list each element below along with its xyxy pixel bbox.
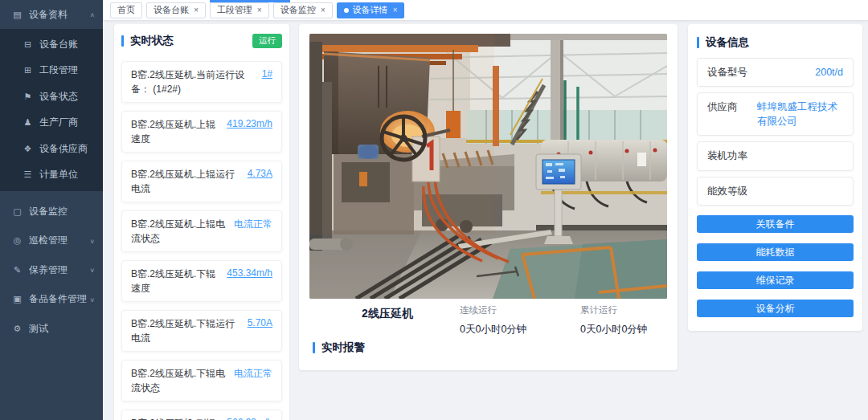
device-info-header: 设备信息 <box>697 34 854 51</box>
sidebar-item[interactable]: ✎ 保养管理 ∨ <box>0 255 103 285</box>
sidebar-main-items: ▢ 设备监控 ∨ ◎ 巡检管理 ∨ ✎ 保养管理 ∨ ▣ 备品备件管理 ∨ <box>0 191 103 344</box>
menu-icon: ♟ <box>22 117 34 128</box>
sidebar-item[interactable]: ◎ 巡检管理 ∨ <box>0 226 103 256</box>
device-field: 供应商 蚌埠凯盛工程技术有限公司 <box>697 92 854 136</box>
sidebar-subitem[interactable]: ❖ 设备供应商 <box>0 136 103 162</box>
status-list-item: B窑.2线压延机.上辊速度 419.23m/h <box>121 111 282 153</box>
sidebar-subitem[interactable]: ⚑ 设备状态 <box>0 84 103 110</box>
sidebar-item-label: 测试 <box>29 322 95 336</box>
sidebar-item-label: 生产厂商 <box>39 116 95 129</box>
tab[interactable]: 设备监控 × <box>273 2 333 18</box>
status-value-link[interactable]: 4.73A <box>248 167 272 179</box>
tab-label: 设备监控 <box>280 4 316 16</box>
status-list-item: B窑.2线压延机.当前运行设备： (1#2#) 1# <box>121 61 282 103</box>
tab-label: 设备台账 <box>154 4 189 16</box>
status-value-link[interactable]: 566.93m/h <box>227 416 272 420</box>
sidebar-item[interactable]: ⚙ 测试 ∨ <box>0 314 103 344</box>
tab[interactable]: 设备台账 × <box>146 2 206 18</box>
sidebar-item-label: 保养管理 <box>29 263 89 277</box>
status-label: B窑.2线压延机.当前运行设备： (1#2#) <box>131 67 257 96</box>
menu-icon: ⊟ <box>22 39 34 50</box>
sidebar-item[interactable]: ▣ 备品备件管理 ∨ <box>0 285 103 315</box>
device-action-button[interactable]: 能耗数据 <box>697 243 854 261</box>
sidebar-item-label: 计量单位 <box>39 168 95 181</box>
close-icon[interactable]: × <box>257 6 262 14</box>
sidebar-item-label: 设备资料 <box>29 8 89 22</box>
status-value-link[interactable]: 453.34m/h <box>227 267 272 279</box>
status-list-item: B窑.2线压延机.上辊运行电流 4.73A <box>121 161 282 202</box>
accent-bar <box>313 342 315 353</box>
tags-view-bar: 首页 × 设备台账 × 工段管理 × 设备监控 × 设备详情 × <box>103 0 868 21</box>
menu-icon: ⊞ <box>22 65 34 75</box>
accent-bar <box>697 37 699 48</box>
sidebar-item-label: 设备台账 <box>39 38 95 51</box>
device-field: 设备型号 200t/d <box>697 58 854 87</box>
panel-title: 实时报警 <box>321 340 365 355</box>
tab[interactable]: 设备详情 × <box>337 2 405 18</box>
tab-label: 工段管理 <box>217 4 252 16</box>
status-value-link[interactable]: 1# <box>262 67 272 80</box>
close-icon[interactable]: × <box>194 6 199 14</box>
close-icon[interactable]: × <box>321 6 326 14</box>
sidebar-item-label: 备品备件管理 <box>29 292 89 306</box>
status-list-item: B窑.2线压延机.下辊运行电流 5.70A <box>121 310 282 352</box>
realtime-status-panel: 实时状态 运行 B窑.2线压延机.当前运行设备： (1#2#) 1# B窑.2线… <box>114 24 289 420</box>
sidebar-item-label: 设备状态 <box>39 90 95 104</box>
menu-icon: ▣ <box>11 294 23 304</box>
sidebar-submenu: ⊟ 设备台账 ⊞ 工段管理 ⚑ 设备状态 ♟ 生产厂商 ❖ 设备供应商 <box>0 29 103 191</box>
menu-icon: ◎ <box>11 235 23 246</box>
status-value-link[interactable]: 5.70A <box>248 316 272 328</box>
tab-label: 设备详情 <box>353 4 388 16</box>
active-dot-icon <box>344 8 349 13</box>
tab[interactable]: 工段管理 × <box>210 2 269 18</box>
stat-value: 0天0小时0分钟 <box>460 323 526 336</box>
sidebar-item-label: 工段管理 <box>39 63 95 77</box>
continuous-runtime-stat: 连续运行 0天0小时0分钟 <box>460 304 526 336</box>
status-value-link[interactable]: 电流正常 <box>234 217 272 231</box>
status-list-item: B窑.2线压延机.下辊速度 453.34m/h <box>121 260 282 302</box>
equipment-name: 2线压延机 <box>331 307 444 321</box>
sidebar-subitem[interactable]: ⊞ 工段管理 <box>0 58 103 84</box>
sidebar: ▤ 设备资料 ∧ ⊟ 设备台账 ⊞ 工段管理 ⚑ 设备状态 ♟ 生产厂商 <box>0 0 103 420</box>
realtime-alarm-header: 实时报警 <box>313 339 473 357</box>
field-label: 供应商 <box>707 100 757 114</box>
status-label: B窑.2线压延机.上辊速度 <box>131 117 222 146</box>
status-value-link[interactable]: 电流正常 <box>234 366 272 381</box>
total-runtime-stat: 累计运行 0天0小时0分钟 <box>580 304 647 336</box>
accent-bar <box>121 35 124 47</box>
sidebar-item[interactable]: ▢ 设备监控 ∨ <box>0 197 103 226</box>
device-action-button[interactable]: 关联备件 <box>697 215 854 233</box>
running-status-badge[interactable]: 运行 <box>252 34 282 48</box>
device-info-panel: 设备信息 设备型号 200t/d 供应商 蚌埠凯盛工程技术有限公司 装机功率 能… <box>688 24 862 331</box>
device-action-button[interactable]: 维保记录 <box>697 271 854 289</box>
device-action-button[interactable]: 设备分析 <box>697 300 854 317</box>
equipment-monitor-panel: 2线压延机 连续运行 0天0小时0分钟 累计运行 0天0小时0分钟 实时报警 <box>299 24 678 370</box>
sidebar-subitem[interactable]: ♟ 生产厂商 <box>0 110 103 137</box>
device-field: 能效等级 <box>697 177 854 206</box>
status-label: B窑.2线压延机.上辊电流状态 <box>131 217 229 246</box>
sidebar-item-label: 设备供应商 <box>39 142 95 156</box>
chevron-down-icon: ∨ <box>89 267 95 274</box>
panel-title: 设备信息 <box>706 35 749 50</box>
device-action-buttons: 关联备件 能耗数据 维保记录 设备分析 <box>697 215 854 317</box>
field-value: 蚌埠凯盛工程技术有限公司 <box>757 100 843 128</box>
status-value-link[interactable]: 419.23m/h <box>227 117 272 129</box>
chevron-down-icon: ∨ <box>89 238 95 245</box>
menu-icon: ❖ <box>22 144 34 154</box>
sidebar-item-device-info[interactable]: ▤ 设备资料 ∧ <box>0 0 103 29</box>
chevron-up-icon: ∧ <box>89 11 95 18</box>
realtime-status-header: 实时状态 运行 <box>121 32 282 50</box>
menu-icon: ▢ <box>11 206 23 217</box>
status-list-item: B窑.2线压延机.副辊速度 566.93m/h <box>121 410 282 420</box>
field-label: 装机功率 <box>707 149 757 163</box>
device-field: 装机功率 <box>697 141 854 170</box>
status-label: B窑.2线压延机.副辊速度 <box>131 416 222 420</box>
loading-progress-bar <box>210 0 290 2</box>
tab[interactable]: 首页 × <box>110 2 142 18</box>
close-icon[interactable]: × <box>393 6 398 14</box>
sidebar-subitem[interactable]: ☰ 计量单位 <box>0 162 103 189</box>
ledger-icon: ▤ <box>11 10 23 20</box>
sidebar-subitem[interactable]: ⊟ 设备台账 <box>0 31 103 58</box>
status-label: B窑.2线压延机.下辊运行电流 <box>131 316 243 345</box>
status-label: B窑.2线压延机.下辊电流状态 <box>131 366 229 395</box>
